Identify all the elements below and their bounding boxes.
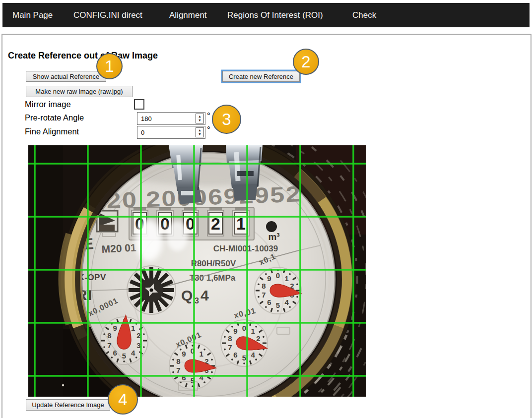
callout-4-badge: 4 (108, 384, 138, 415)
svg-text:4: 4 (200, 287, 209, 303)
ratio-text: R80H/R50V (191, 259, 236, 268)
prerotate-spinner[interactable]: ▲ ▼ (196, 114, 204, 123)
turbine-gear (127, 266, 176, 314)
svg-text:8: 8 (228, 334, 232, 343)
svg-text:1: 1 (199, 350, 203, 358)
spinner-down-icon[interactable]: ▼ (198, 132, 201, 136)
prerotate-degree-sign: ° (207, 111, 210, 121)
nav-item-check[interactable]: Check (352, 3, 376, 27)
svg-text:9: 9 (267, 274, 271, 283)
svg-text:4: 4 (199, 373, 203, 382)
fine-spinner[interactable]: ▲ ▼ (196, 127, 204, 137)
svg-text:5: 5 (242, 354, 246, 362)
nav-item-main-page[interactable]: Main Page (12, 3, 53, 27)
fine-alignment-label: Fine Alignment (25, 127, 79, 136)
svg-text:0: 0 (276, 271, 280, 280)
svg-text:8: 8 (176, 357, 180, 365)
callout-2-badge: 2 (293, 49, 319, 75)
svg-text:3: 3 (195, 297, 199, 305)
callout-1-badge: 1 (96, 53, 123, 79)
callout-3-badge: 3 (212, 105, 241, 134)
svg-text:9: 9 (233, 327, 237, 335)
page-title: Create Reference out of Raw Image (8, 51, 158, 61)
svg-text:6: 6 (182, 373, 186, 382)
make-new-raw-image-button[interactable]: Make new raw image (raw.jpg) (26, 86, 133, 97)
fine-degree-sign: ° (207, 125, 210, 135)
nav-item-config-ini-direct[interactable]: CONFIG.INI direct (73, 3, 142, 27)
odometer-dot (266, 221, 277, 232)
unit-label: m³ (268, 232, 279, 242)
spinner-up-icon[interactable]: ▲ (198, 115, 201, 119)
svg-text:9: 9 (182, 350, 186, 358)
svg-text:6: 6 (113, 349, 117, 357)
svg-text:7: 7 (228, 343, 232, 352)
svg-text:7: 7 (176, 366, 180, 374)
svg-text:4: 4 (284, 298, 289, 306)
svg-text:Q: Q (181, 287, 193, 303)
create-new-reference-button[interactable]: Create new Reference (222, 71, 300, 82)
svg-text:2: 2 (256, 334, 260, 343)
svg-text:6: 6 (267, 298, 271, 306)
svg-text:4: 4 (251, 351, 255, 359)
svg-text:5: 5 (276, 301, 280, 309)
svg-text:7: 7 (262, 291, 266, 299)
top-nav-bar: Main PageCONFIG.INI directAlignmentRegio… (2, 3, 530, 27)
svg-text:5: 5 (122, 352, 126, 360)
svg-text:6: 6 (233, 351, 237, 359)
svg-text:4: 4 (131, 349, 135, 357)
model-number: CH-MI001-10039 (213, 244, 278, 253)
svg-text:1: 1 (131, 324, 135, 332)
svg-text:7: 7 (107, 341, 111, 350)
mirror-image-checkbox[interactable] (134, 99, 144, 110)
svg-text:8: 8 (262, 282, 266, 290)
water-meter-photo: 2020 2000692952 00021 m³ CE M20 01 CH-MI… (28, 145, 366, 397)
screen: Main PageCONFIG.INI directAlignmentRegio… (0, 0, 532, 418)
prerotate-angle-label: Pre-rotate Angle (25, 113, 84, 122)
spinner-up-icon[interactable]: ▲ (198, 128, 201, 132)
nav-item-regions-of-interest-roi[interactable]: Regions Of Interest (ROI) (227, 3, 323, 27)
svg-text:9: 9 (113, 324, 117, 332)
update-reference-image-button[interactable]: Update Reference Image (26, 399, 110, 411)
reference-image: 2020 2000692952 00021 m³ CE M20 01 CH-MI… (28, 145, 366, 397)
show-actual-reference-button[interactable]: Show actual Reference (26, 71, 106, 82)
svg-text:0: 0 (242, 324, 246, 332)
approval-text: M20 01 (101, 241, 136, 255)
svg-text:8: 8 (107, 331, 111, 340)
prerotate-angle-field: ▲ ▼ (137, 112, 205, 125)
svg-text:1: 1 (251, 327, 255, 335)
mirror-image-label: Mirror image (25, 100, 71, 109)
fine-alignment-field: ▲ ▼ (137, 126, 205, 139)
spinner-down-icon[interactable]: ▼ (198, 119, 201, 122)
nav-item-alignment[interactable]: Alignment (169, 3, 207, 27)
svg-text:1: 1 (284, 274, 288, 283)
